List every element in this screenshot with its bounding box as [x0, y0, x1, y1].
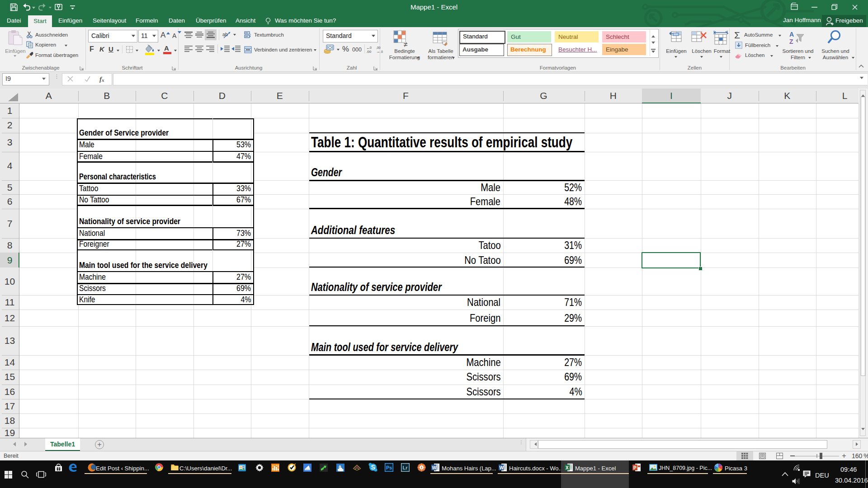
svg-text:P: P	[633, 465, 637, 470]
svg-text:S: S	[371, 464, 375, 471]
svg-text:fx: fx	[99, 75, 104, 83]
svg-text:A: A	[789, 31, 794, 38]
svg-text:≠: ≠	[404, 41, 408, 48]
svg-text:Ps: Ps	[386, 465, 392, 470]
svg-text:Lr: Lr	[403, 465, 408, 470]
svg-text:,00: ,00	[366, 50, 372, 53]
svg-text:Z: Z	[789, 38, 793, 44]
svg-text:W: W	[500, 465, 504, 470]
svg-text:0: 0	[370, 46, 372, 49]
svg-text:X: X	[566, 465, 569, 470]
svg-text:W: W	[432, 465, 437, 470]
